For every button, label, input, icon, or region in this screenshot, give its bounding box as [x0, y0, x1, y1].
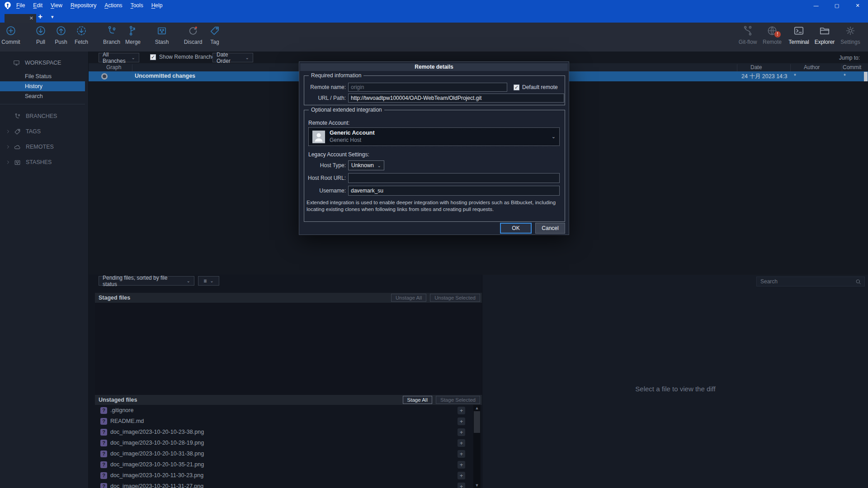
chevron-right-icon[interactable] [5, 129, 11, 134]
stage-file-plus-button[interactable]: + [458, 428, 465, 436]
file-list-scrollbar[interactable]: ▲ ▼ [473, 405, 481, 488]
ok-button[interactable]: OK [500, 223, 532, 234]
host-type-dropdown[interactable]: Unknown ⌄ [348, 160, 384, 170]
file-name: doc_image/2023-10-20-10-23-38.png [110, 429, 204, 435]
menu-item[interactable]: View [51, 2, 62, 9]
file-row[interactable]: ? .gitignore + [95, 405, 473, 416]
stage-file-plus-button[interactable]: + [458, 439, 465, 447]
explorer-icon [819, 25, 830, 37]
scroll-down-arrow-icon[interactable]: ▼ [473, 482, 481, 488]
search-icon [855, 278, 862, 285]
column-header-graph[interactable]: Graph [106, 64, 121, 70]
url-path-input[interactable] [348, 94, 564, 103]
sidebar-item[interactable]: File Status [0, 71, 89, 81]
stage-file-plus-button[interactable]: + [458, 483, 465, 488]
unstage-button[interactable]: Unstage All [391, 294, 426, 302]
toolbar-button[interactable]: ! Remote [758, 25, 787, 50]
remote-name-input[interactable] [348, 83, 507, 92]
maximize-icon[interactable]: ▢ [826, 0, 847, 11]
file-view-options-button[interactable]: ≡ ⌄ [198, 276, 219, 286]
menu-item[interactable]: Tools [131, 2, 143, 9]
fetch-icon [75, 25, 87, 37]
stage-button[interactable]: Stage All [403, 396, 432, 404]
minimize-icon[interactable]: — [806, 0, 826, 11]
tag-icon [14, 128, 21, 136]
untracked-status-icon: ? [100, 440, 107, 446]
menu-item[interactable]: Actions [104, 2, 122, 9]
scroll-up-arrow-icon[interactable]: ▲ [473, 405, 481, 411]
untracked-status-icon: ? [100, 450, 107, 457]
cloud-icon [14, 143, 21, 151]
toolbar-button[interactable]: Fetch [67, 25, 96, 50]
sidebar-item[interactable]: Search [0, 91, 89, 101]
main-toolbar: Commit Pull Push [0, 23, 868, 52]
default-remote-option[interactable]: Default remote [514, 83, 558, 92]
chevron-down-icon: ⌄ [245, 55, 249, 60]
menu-item[interactable]: Help [151, 2, 163, 9]
sort-order-dropdown[interactable]: Date Order ⌄ [212, 53, 253, 62]
branch-icon [14, 113, 21, 120]
chevron-right-icon[interactable] [5, 144, 11, 150]
menu-item[interactable]: Repository [71, 2, 96, 9]
stage-file-plus-button[interactable]: + [458, 472, 465, 479]
sidebar-item[interactable]: History [0, 81, 85, 91]
sidebar-divider [0, 104, 85, 104]
remote-account-dropdown[interactable]: Generic Account Generic Host ⌄ [308, 127, 560, 146]
branch-icon [106, 25, 118, 37]
show-remote-checkbox[interactable] [150, 54, 156, 60]
tab-list-dropdown[interactable]: ▾ [51, 12, 54, 21]
stage-file-plus-button[interactable]: + [458, 407, 465, 414]
scrollbar-thumb[interactable] [474, 411, 480, 433]
repository-tab[interactable]: ✕ [5, 14, 36, 23]
stage-file-plus-button[interactable]: + [458, 418, 465, 425]
file-row[interactable]: ? doc_image/2023-10-20-10-23-38.png + [95, 427, 473, 437]
toolbar-button[interactable]: Tag [200, 25, 229, 50]
file-row[interactable]: ? doc_image/2023-10-20-10-31-38.png + [95, 448, 473, 459]
file-row[interactable]: ? README.md + [95, 416, 473, 427]
sidebar-section[interactable]: BRANCHES [0, 111, 89, 121]
file-row[interactable]: ? doc_image/2023-10-20-11-31-27.png + [95, 481, 473, 488]
tab-close-icon[interactable]: ✕ [29, 16, 33, 21]
sidebar-section[interactable]: TAGS [0, 127, 89, 136]
column-header-date[interactable]: Date [750, 64, 762, 70]
account-avatar [312, 131, 325, 143]
file-name: doc_image/2023-10-20-11-30-23.png [110, 472, 203, 479]
toolbar-button[interactable]: Explorer [810, 25, 839, 50]
sidebar-section[interactable]: REMOTES [0, 142, 89, 152]
toolbar-button[interactable]: Commit [0, 25, 25, 50]
file-name: doc_image/2023-10-20-10-31-38.png [110, 450, 204, 457]
file-row[interactable]: ? doc_image/2023-10-20-10-28-19.png + [95, 437, 473, 448]
column-header-author[interactable]: Author [804, 64, 820, 70]
toolbar-button[interactable]: Terminal [784, 25, 813, 50]
stage-file-plus-button[interactable]: + [458, 450, 465, 458]
show-remote-branches-option[interactable]: Show Remote Branches [150, 54, 217, 60]
diff-pane: Select a file to view the diff [482, 275, 868, 488]
username-input[interactable] [348, 186, 560, 196]
column-header-commit[interactable]: Commit [843, 64, 861, 70]
sidebar: WORKSPACE File Status History Search [0, 52, 89, 488]
monitor-icon [13, 59, 20, 67]
file-row[interactable]: ? doc_image/2023-10-20-10-35-21.png + [95, 459, 473, 470]
remote-name-label: Remote name: [303, 83, 346, 92]
file-row[interactable]: ? doc_image/2023-10-20-11-30-23.png + [95, 470, 473, 481]
menu-item[interactable]: Edit [33, 2, 42, 9]
unstage-button[interactable]: Unstage Selected [430, 294, 480, 302]
toolbar-button[interactable]: Settings [836, 25, 865, 50]
diff-search-box[interactable] [756, 277, 865, 286]
search-input[interactable] [757, 278, 855, 285]
pending-files-sort-dropdown[interactable]: Pending files, sorted by file status ⌄ [99, 276, 194, 286]
toolbar-button[interactable]: Merge [118, 25, 147, 50]
toolbar-button[interactable]: Stash [147, 25, 176, 50]
stage-file-plus-button[interactable]: + [458, 461, 465, 469]
cancel-button[interactable]: Cancel [535, 223, 565, 234]
history-scrollbar-thumb[interactable] [864, 72, 868, 81]
host-root-url-input[interactable] [348, 173, 560, 183]
chevron-right-icon[interactable] [5, 160, 11, 165]
menu-item[interactable]: File [16, 2, 25, 9]
new-tab-button[interactable]: + [38, 12, 42, 21]
branches-filter-dropdown[interactable]: All Branches ⌄ [99, 53, 139, 62]
default-remote-checkbox[interactable] [514, 84, 519, 90]
stage-button[interactable]: Stage Selected [436, 396, 480, 404]
sidebar-section[interactable]: STASHES [0, 157, 89, 167]
close-icon[interactable]: ✕ [847, 0, 868, 11]
